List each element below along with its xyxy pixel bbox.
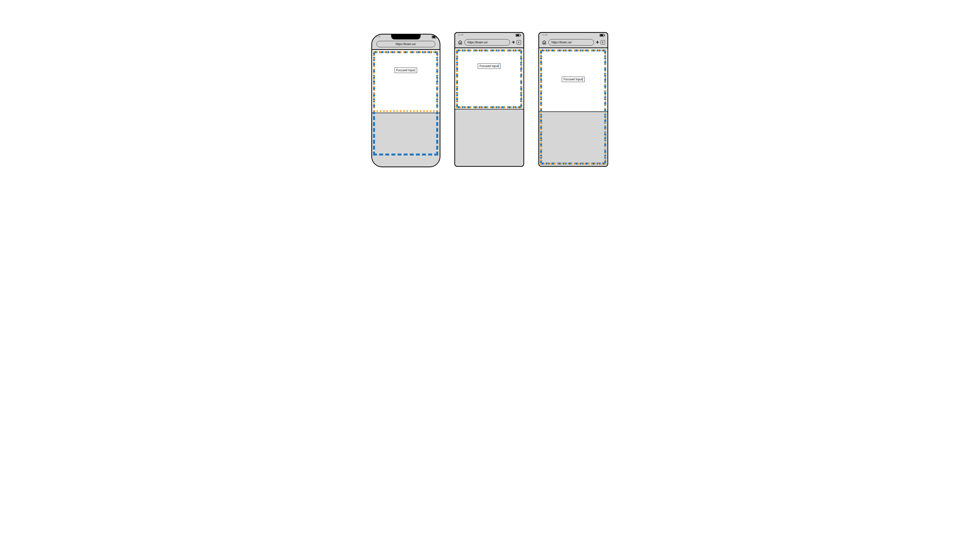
viewport-comparison-diagram: 11:45 https://bram.us/ Focused Input (311, 0, 669, 201)
phone-mockup-1: 11:45 https://bram.us/ Focused Input (371, 34, 441, 167)
input-label: Focused Input (480, 64, 498, 68)
battery-icon (600, 34, 605, 37)
input-label: Focused Input (396, 68, 415, 72)
browser-chrome: https://bram.us/ + 5 (455, 37, 523, 48)
svg-rect-4 (516, 35, 519, 36)
viewport-stack-1: Focused Input (372, 50, 440, 166)
visual-viewport-area: Focused Input (455, 48, 523, 109)
status-bar: 11:45 (372, 35, 440, 39)
focused-input[interactable]: Focused Input (395, 68, 417, 73)
url-text: https://bram.us/ (552, 41, 572, 44)
url-bar[interactable]: https://bram.us/ (465, 39, 510, 46)
phone-mockup-2: 11:45 https://bram.us/ + 5 Focused Input (454, 32, 524, 167)
svg-rect-5 (520, 35, 521, 36)
home-icon[interactable] (542, 40, 547, 45)
virtual-keyboard-area (455, 110, 523, 166)
new-tab-icon[interactable]: + (512, 40, 515, 45)
home-icon[interactable] (458, 40, 463, 45)
status-time: 11:45 (375, 35, 381, 38)
url-text: https://bram.us/ (396, 42, 416, 46)
focused-input[interactable]: Focused Input (478, 64, 501, 69)
browser-chrome: https://bram.us/ + 5 (539, 37, 608, 48)
viewport-stack-2: Focused Input (455, 48, 523, 166)
browser-chrome: https://bram.us/ (372, 39, 440, 49)
status-time: 11:45 (458, 33, 464, 36)
phone-mockup-3: 11:45 https://bram.us/ + 5 Focused Input (538, 32, 608, 167)
url-bar[interactable]: https://bram.us/ (549, 39, 594, 46)
visual-viewport-area: Focused Input (539, 48, 608, 111)
svg-rect-7 (600, 35, 603, 36)
text-caret (498, 64, 499, 68)
svg-rect-2 (436, 37, 437, 38)
tab-count-badge[interactable]: 5 (601, 40, 605, 44)
viewport-stack-3: Focused Input (539, 48, 608, 166)
battery-icon (432, 35, 437, 38)
battery-icon (515, 34, 521, 37)
svg-rect-1 (432, 36, 435, 38)
text-caret (582, 78, 583, 81)
visual-viewport-area: Focused Input (372, 50, 440, 113)
focused-input[interactable]: Focused Input (562, 77, 585, 82)
status-bar: 11:45 (455, 33, 523, 37)
svg-rect-8 (604, 35, 605, 36)
status-bar: 11:45 (539, 33, 608, 37)
new-tab-icon[interactable]: + (596, 40, 599, 45)
status-time: 11:45 (542, 33, 548, 36)
virtual-keyboard-area (372, 113, 440, 166)
virtual-keyboard-area (539, 112, 608, 166)
url-bar[interactable]: https://bram.us/ (377, 41, 435, 47)
url-text: https://bram.us/ (468, 41, 488, 44)
input-label: Focused Input (563, 78, 582, 81)
tab-count-badge[interactable]: 5 (517, 40, 521, 44)
text-caret (415, 68, 415, 72)
